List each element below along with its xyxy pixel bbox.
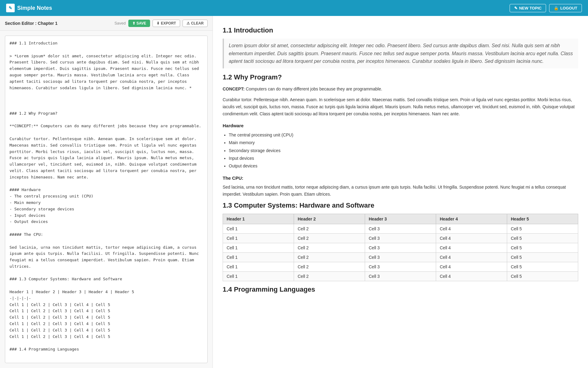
- table-header: Header 5: [507, 214, 578, 224]
- logout-button[interactable]: 🔒 LOGOUT: [549, 4, 582, 12]
- table-cell: Cell 3: [365, 262, 436, 272]
- app-logo: ✎ Simple Notes: [6, 4, 52, 12]
- list-item: Output devices: [229, 162, 578, 170]
- table-row: Cell 1Cell 2Cell 3Cell 4Cell 5: [223, 234, 578, 243]
- table-cell: Cell 5: [507, 272, 578, 281]
- toolbar-actions: Saved ⬆ SAVE ⬇ EXPORT ⚠ CLEAR: [115, 20, 208, 27]
- table-cell: Cell 1: [223, 262, 294, 272]
- left-panel: Section Editor : Chapter 1 Saved ⬆ SAVE …: [0, 16, 213, 368]
- table-cell: Cell 2: [294, 262, 365, 272]
- preview-body: Curabitur tortor. Pellentesque nibh. Aen…: [223, 96, 578, 117]
- table-cell: Cell 4: [436, 253, 507, 262]
- editor-textarea[interactable]: [5, 36, 208, 363]
- export-icon: ⬇: [156, 21, 160, 25]
- list-item: Secondary storage devices: [229, 147, 578, 155]
- editor-area: [0, 31, 213, 368]
- table-cell: Cell 5: [507, 243, 578, 253]
- table-cell: Cell 2: [294, 234, 365, 243]
- table-header: Header 3: [365, 214, 436, 224]
- preview-hardware-list: The central processing unit (CPU)Main me…: [229, 131, 578, 170]
- clear-button[interactable]: ⚠ CLEAR: [183, 20, 208, 27]
- preview-blockquote: Lorem ipsum dolor sit amet, consectetur …: [223, 39, 578, 68]
- table-cell: Cell 4: [436, 224, 507, 234]
- table-row: Cell 1Cell 2Cell 3Cell 4Cell 5: [223, 253, 578, 262]
- app-header: ✎ Simple Notes ✎ NEW TOPIC 🔒 LOGOUT: [0, 0, 588, 16]
- preview-table-wrapper: Header 1Header 2Header 3Header 4Header 5…: [223, 214, 578, 281]
- table-header: Header 1: [223, 214, 294, 224]
- table-cell: Cell 4: [436, 234, 507, 243]
- app-title: Simple Notes: [17, 5, 52, 11]
- main-container: Section Editor : Chapter 1 Saved ⬆ SAVE …: [0, 16, 588, 368]
- preview-heading-programming-languages: 1.4 Programming Languages: [223, 286, 578, 293]
- preview-cpu-text: Sed lacinia, urna non tincidunt mattis, …: [223, 184, 578, 198]
- section-editor-title: Section Editor : Chapter 1: [5, 21, 58, 26]
- table-cell: Cell 4: [436, 262, 507, 272]
- logout-icon: 🔒: [554, 6, 559, 10]
- table-cell: Cell 1: [223, 272, 294, 281]
- table-cell: Cell 2: [294, 272, 365, 281]
- preview-heading-intro: 1.1 Introduction: [223, 26, 578, 34]
- table-cell: Cell 2: [294, 243, 365, 253]
- list-item: Main memory: [229, 139, 578, 147]
- table-cell: Cell 3: [365, 253, 436, 262]
- table-cell: Cell 1: [223, 253, 294, 262]
- list-item: The central processing unit (CPU): [229, 131, 578, 139]
- table-cell: Cell 1: [223, 243, 294, 253]
- table-cell: Cell 5: [507, 224, 578, 234]
- preview-cpu-heading: The CPU:: [223, 175, 578, 181]
- table-row: Cell 1Cell 2Cell 3Cell 4Cell 5: [223, 243, 578, 253]
- table-cell: Cell 4: [436, 272, 507, 281]
- table-row: Cell 1Cell 2Cell 3Cell 4Cell 5: [223, 262, 578, 272]
- section-toolbar: Section Editor : Chapter 1 Saved ⬆ SAVE …: [0, 16, 213, 31]
- table-header: Header 4: [436, 214, 507, 224]
- table-cell: Cell 5: [507, 253, 578, 262]
- table-row: Cell 1Cell 2Cell 3Cell 4Cell 5: [223, 272, 578, 281]
- list-item: Input devices: [229, 155, 578, 162]
- table-cell: Cell 3: [365, 234, 436, 243]
- preview-table: Header 1Header 2Header 3Header 4Header 5…: [223, 214, 578, 281]
- logo-icon: ✎: [6, 4, 15, 12]
- table-cell: Cell 2: [294, 253, 365, 262]
- table-cell: Cell 5: [507, 262, 578, 272]
- save-button[interactable]: ⬆ SAVE: [128, 20, 150, 27]
- header-actions: ✎ NEW TOPIC 🔒 LOGOUT: [510, 4, 582, 12]
- preview-concept: CONCEPT: Computers can do many different…: [223, 86, 578, 93]
- table-cell: Cell 1: [223, 234, 294, 243]
- saved-label: Saved: [115, 21, 126, 25]
- table-cell: Cell 2: [294, 224, 365, 234]
- preview-heading-computer-systems: 1.3 Computer Systems: Hardware and Softw…: [223, 201, 578, 209]
- clear-icon: ⚠: [187, 21, 190, 25]
- table-row: Cell 1Cell 2Cell 3Cell 4Cell 5: [223, 224, 578, 234]
- preview-hardware-heading: Hardware: [223, 123, 578, 128]
- export-button[interactable]: ⬇ EXPORT: [153, 20, 180, 27]
- table-cell: Cell 1: [223, 224, 294, 234]
- table-cell: Cell 5: [507, 234, 578, 243]
- new-topic-icon: ✎: [514, 6, 518, 10]
- table-header: Header 2: [294, 214, 365, 224]
- table-cell: Cell 3: [365, 272, 436, 281]
- table-cell: Cell 4: [436, 243, 507, 253]
- save-icon: ⬆: [132, 21, 135, 25]
- table-cell: Cell 3: [365, 224, 436, 234]
- table-cell: Cell 3: [365, 243, 436, 253]
- new-topic-button[interactable]: ✎ NEW TOPIC: [510, 4, 546, 12]
- preview-heading-why-program: 1.2 Why Program?: [223, 73, 578, 81]
- right-panel: 1.1 IntroductionLorem ipsum dolor sit am…: [213, 16, 588, 368]
